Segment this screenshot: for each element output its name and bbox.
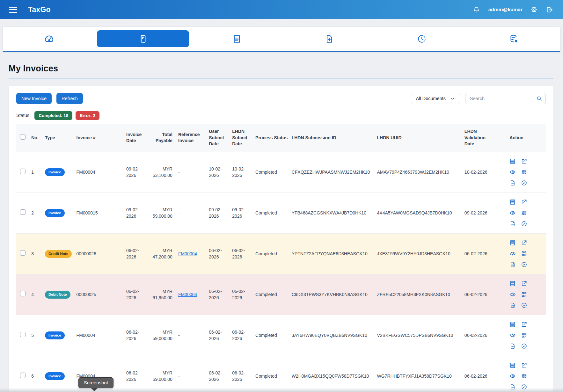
- reference-invoice-link[interactable]: FM00004: [178, 251, 197, 256]
- lhdn-submission-id: W2H0MGABX15QQ0FW58D77SGK10: [292, 356, 377, 392]
- tab-history[interactable]: [376, 27, 468, 51]
- check-circle-icon[interactable]: [521, 343, 527, 349]
- external-link-icon[interactable]: [521, 240, 527, 246]
- receipt-action-icon[interactable]: [509, 158, 516, 164]
- check-circle-icon[interactable]: [521, 221, 527, 227]
- user-submit-date: 10-02-2026: [209, 152, 232, 192]
- settings-gear-icon[interactable]: [531, 6, 538, 13]
- receipt-action-icon[interactable]: [509, 362, 516, 368]
- lhdn-uuid: AMAV79P4Z4663793WJ2EM2HK10: [377, 152, 464, 192]
- eye-icon[interactable]: [509, 332, 516, 338]
- eye-icon[interactable]: [509, 373, 516, 379]
- row-checkbox[interactable]: [20, 169, 26, 174]
- bell-icon[interactable]: [473, 6, 480, 13]
- tab-documents[interactable]: [191, 27, 283, 51]
- type-badge: Invoice: [45, 209, 65, 217]
- lhdn-submit-date: 06-02-2026: [232, 274, 255, 315]
- status-badge: Completed: 18: [34, 111, 72, 120]
- qr-code-icon[interactable]: [521, 250, 527, 257]
- type-badge: Invoice: [45, 331, 65, 339]
- lhdn-submission-id: YPTNFZ2AFPYQNAE6D3HEASGK10: [292, 233, 377, 274]
- invoice-date: 06-02-2026: [126, 356, 150, 392]
- tab-dashboard[interactable]: [3, 27, 95, 51]
- external-link-icon[interactable]: [521, 362, 527, 368]
- eye-icon[interactable]: [509, 210, 516, 216]
- qr-code-icon[interactable]: [521, 210, 527, 216]
- external-link-icon[interactable]: [521, 158, 527, 164]
- process-status: Completed: [255, 356, 292, 392]
- external-link-icon[interactable]: [521, 321, 527, 328]
- status-label: Status:: [16, 113, 31, 118]
- row-actions: PDF: [509, 199, 542, 227]
- row-checkbox[interactable]: [20, 209, 26, 215]
- lhdn-submission-id: 3AY6HW96EQY0VQBZB6NV9SGK10: [292, 315, 377, 356]
- row-checkbox[interactable]: [20, 291, 26, 296]
- process-status: Completed: [255, 233, 292, 274]
- row-number: 3: [31, 233, 45, 274]
- qr-code-icon[interactable]: [521, 291, 527, 298]
- check-circle-icon[interactable]: [521, 180, 527, 186]
- total-payable: MYR 59,000.00: [150, 315, 178, 356]
- qr-code-icon[interactable]: [521, 332, 527, 338]
- eye-icon[interactable]: [509, 169, 516, 175]
- receipt-action-icon[interactable]: [509, 240, 516, 246]
- check-circle-icon[interactable]: [521, 261, 527, 268]
- receipt-action-icon[interactable]: [509, 321, 516, 328]
- select-all-checkbox[interactable]: [20, 134, 26, 140]
- column-header-total: Total Payable: [150, 124, 178, 152]
- receipt-action-icon[interactable]: [509, 199, 516, 205]
- type-badge: Credit Note: [45, 250, 72, 258]
- row-checkbox[interactable]: [20, 250, 26, 256]
- column-header-inv: Invoice #: [77, 124, 126, 152]
- logout-icon[interactable]: [546, 6, 553, 13]
- qr-code-icon[interactable]: [521, 169, 527, 175]
- user-submit-date: 09-02-2026: [209, 192, 232, 233]
- eye-icon[interactable]: [509, 250, 516, 257]
- invoice-icon: [138, 34, 148, 44]
- column-header-status: Process Status: [255, 124, 292, 152]
- pdf-icon[interactable]: PDF: [509, 302, 516, 309]
- check-circle-icon[interactable]: [521, 302, 527, 309]
- row-checkbox[interactable]: [20, 332, 26, 337]
- search-icon[interactable]: [536, 96, 542, 103]
- invoice-date: 09-02-2026: [126, 192, 150, 233]
- pdf-icon[interactable]: PDF: [509, 261, 516, 268]
- chevron-down-icon: [450, 96, 455, 101]
- reference-invoice: -: [178, 315, 209, 356]
- lhdn-submit-date: 06-02-2026: [232, 315, 255, 356]
- search-input[interactable]: [465, 93, 546, 104]
- pdf-icon[interactable]: PDF: [509, 180, 516, 186]
- total-payable: MYR 61,950.00: [150, 274, 178, 315]
- document-filter-select[interactable]: All Documents: [411, 93, 460, 104]
- tab-my-invoices[interactable]: [97, 30, 189, 47]
- eye-icon[interactable]: [509, 291, 516, 298]
- type-badge: Invoice: [45, 168, 65, 176]
- hamburger-icon[interactable]: [9, 7, 17, 13]
- external-link-icon[interactable]: [521, 199, 527, 205]
- external-link-icon[interactable]: [521, 280, 527, 287]
- qr-code-icon[interactable]: [521, 373, 527, 379]
- lhdn-uuid: JXE3199WV9Y2HY0JD3HEASGK10: [377, 233, 464, 274]
- toolbar: New Invoice Refresh All Documents: [16, 93, 546, 104]
- column-header-uuid: LHDN UUID: [377, 124, 464, 152]
- type-badge: Invoice: [45, 372, 65, 380]
- receipt-action-icon[interactable]: [509, 280, 516, 287]
- tab-upload[interactable]: [283, 27, 376, 51]
- new-invoice-button[interactable]: New Invoice: [16, 93, 52, 104]
- column-header-date2: User Submit Date: [209, 124, 232, 152]
- user-name[interactable]: admin@kumar: [488, 7, 523, 12]
- row-checkbox[interactable]: [20, 373, 26, 378]
- column-header-select: [16, 124, 31, 152]
- type-badge: Debit Note: [45, 291, 70, 299]
- invoice-date: 09-02-2026: [126, 152, 150, 192]
- topbar: TaxGo admin@kumar: [0, 0, 563, 19]
- reference-invoice: -: [178, 356, 209, 392]
- pdf-icon[interactable]: PDF: [509, 343, 516, 349]
- row-number: 2: [31, 192, 45, 233]
- svg-text:PDF: PDF: [511, 305, 515, 307]
- reference-invoice-link[interactable]: FM00004: [178, 292, 197, 297]
- pdf-icon[interactable]: PDF: [509, 221, 516, 227]
- refresh-button[interactable]: Refresh: [56, 93, 83, 104]
- tab-data[interactable]: [468, 27, 560, 51]
- row-actions: PDF: [509, 280, 542, 309]
